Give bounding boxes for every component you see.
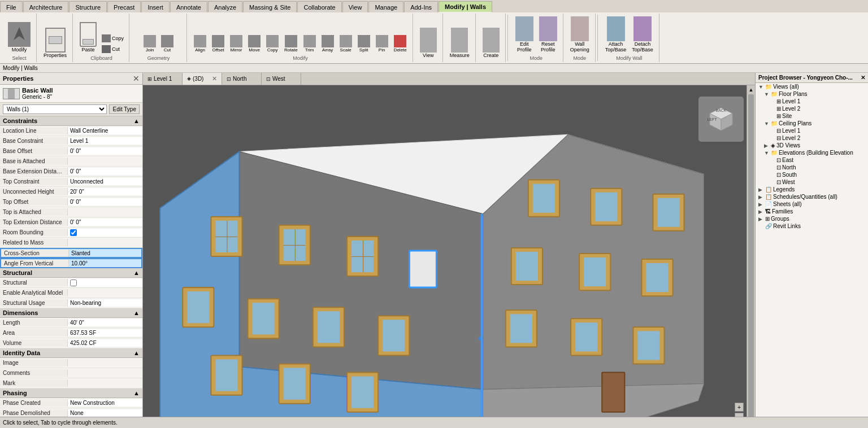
tree-level2-plan[interactable]: ⊞ Level 2: [756, 105, 868, 112]
prop-unconnected-height: Unconnected Height 20' 0": [0, 187, 142, 197]
copy-button[interactable]: Copy: [100, 33, 125, 43]
section-phasing[interactable]: Phasing ▲: [0, 388, 142, 398]
tree-schedules[interactable]: ▶ 📋 Schedules/Quantities (all): [756, 193, 868, 200]
mirror-btn[interactable]: Mirror: [228, 33, 245, 54]
tree-3d-views[interactable]: ▶ ◈ 3D Views: [756, 142, 868, 149]
measure-btn[interactable]: Measure: [448, 26, 472, 60]
cut-button[interactable]: Cut: [100, 44, 125, 54]
viewport-3d[interactable]: BACK LEFT ▲ ▼ + −: [143, 85, 755, 428]
structural-checkbox[interactable]: [70, 279, 77, 286]
tree-north[interactable]: ⊡ North: [756, 164, 868, 171]
wall-opening-btn[interactable]: WallOpening: [568, 15, 592, 54]
tree-floor-plans[interactable]: ▼ 📁 Floor Plans: [756, 90, 868, 98]
tree-ceiling-plans[interactable]: ▼ 📁 Ceiling Plans: [756, 120, 868, 127]
tree-elevations[interactable]: ▼ 📁 Elevations (Building Elevation: [756, 149, 868, 156]
project-browser-close[interactable]: ✕: [861, 75, 865, 81]
tree-site-plan[interactable]: ⊞ Site: [756, 112, 868, 120]
status-bar: Click to select, Tab to cycle through el…: [0, 417, 868, 428]
tab-precast[interactable]: Precast: [107, 1, 141, 12]
tab-north[interactable]: ⊡ North: [222, 73, 262, 85]
edit-profile-btn[interactable]: EditProfile: [513, 15, 536, 54]
groups-icon: ⊞: [765, 216, 770, 222]
scroll-thumb[interactable]: [748, 94, 754, 428]
prop-cross-section: Cross-Section Slanted: [0, 248, 142, 258]
offset-btn[interactable]: Offset: [210, 33, 227, 54]
section-identity[interactable]: Identity Data ▲: [0, 348, 142, 358]
modify-button[interactable]: Modify: [6, 20, 33, 54]
tab-west[interactable]: ⊡ West: [262, 73, 301, 85]
close-3d-tab[interactable]: ✕: [212, 75, 217, 82]
section-structural[interactable]: Structural ▲: [0, 268, 142, 278]
tab-modify-walls[interactable]: Modify | Walls: [439, 1, 492, 12]
prop-selector: Walls (1) Edit Type: [0, 103, 142, 116]
tab-insert[interactable]: Insert: [141, 1, 170, 12]
tree-legends[interactable]: ▶ 📋 Legends: [756, 186, 868, 193]
vertical-scrollbar[interactable]: ▲ ▼: [747, 85, 755, 428]
tree-revit-links[interactable]: 🔗 Revit Links: [756, 222, 868, 230]
properties-close-btn[interactable]: ✕: [133, 75, 140, 82]
elevation-icon-e: ⊡: [776, 157, 781, 163]
wall-type-subtype: Generic - 8": [22, 94, 53, 100]
tab-structure[interactable]: Structure: [69, 1, 107, 12]
tab-addins[interactable]: Add-Ins: [404, 1, 438, 12]
join-geometry-btn[interactable]: Join: [141, 33, 158, 54]
tab-annotate[interactable]: Annotate: [170, 1, 207, 12]
copy-mod-btn[interactable]: Copy: [264, 33, 281, 54]
tab-file[interactable]: File: [0, 1, 23, 12]
tab-3d[interactable]: ◈ (3D) ✕: [183, 73, 222, 85]
delete-btn[interactable]: Delete: [392, 33, 409, 54]
scroll-up-btn[interactable]: ▲: [749, 87, 754, 93]
zoom-in-btn[interactable]: +: [735, 403, 744, 412]
edit-type-btn[interactable]: Edit Type: [109, 104, 140, 114]
svg-rect-10: [215, 237, 237, 237]
properties-panel: Properties ✕ Basic Wall Generic - 8" Wal…: [0, 73, 143, 428]
section-dimensions[interactable]: Dimensions ▲: [0, 308, 142, 318]
detach-top-base-btn[interactable]: DetachTop/Base: [630, 15, 656, 54]
paste-button[interactable]: Paste: [77, 20, 99, 54]
pin-btn[interactable]: Pin: [374, 33, 390, 54]
prop-top-constraint: Top Constraint Unconnected: [0, 177, 142, 187]
reset-profile-btn[interactable]: ResetProfile: [537, 15, 559, 54]
attach-top-base-btn[interactable]: AttachTop/Base: [603, 15, 629, 54]
elevation-icon-w: ⊡: [776, 179, 781, 185]
array-btn[interactable]: Array: [319, 33, 336, 54]
tree-south[interactable]: ⊡ South: [756, 171, 868, 178]
tree-east[interactable]: ⊡ East: [756, 156, 868, 164]
tree-level1-plan[interactable]: ⊞ Level 1: [756, 98, 868, 105]
prop-top-attached: Top is Attached: [0, 207, 142, 217]
properties-panel-header: Properties ✕: [0, 73, 142, 85]
tree-views-all[interactable]: ▼ 📁 Views (all): [756, 83, 868, 90]
prop-angle-vertical: Angle From Vertical 10.00°: [0, 258, 142, 268]
tree-level1-ceiling[interactable]: ⊟ Level 1: [756, 127, 868, 134]
tree-groups[interactable]: ▶ ⊞ Groups: [756, 215, 868, 222]
scale-btn[interactable]: Scale: [337, 33, 354, 54]
create-btn[interactable]: Create: [480, 26, 502, 60]
svg-rect-39: [658, 198, 680, 227]
tab-massing[interactable]: Massing & Site: [243, 1, 297, 12]
cut-geometry-btn[interactable]: Cut: [159, 33, 176, 54]
tab-view[interactable]: View: [342, 1, 368, 12]
wall-selector[interactable]: Walls (1): [3, 104, 107, 114]
svg-rect-47: [510, 314, 532, 343]
ribbon-group-modify-wall: AttachTop/Base DetachTop/Base Modify Wal…: [600, 14, 659, 62]
tab-architecture[interactable]: Architecture: [23, 1, 69, 12]
rotate-btn[interactable]: Rotate: [282, 33, 300, 54]
tab-analyze[interactable]: Analyze: [208, 1, 242, 12]
section-constraints[interactable]: Constraints ▲: [0, 116, 142, 126]
tree-sheets[interactable]: ▶ 📄 Sheets (all): [756, 200, 868, 208]
tree-families[interactable]: ▶ 🏗 Families: [756, 208, 868, 215]
split-btn[interactable]: Split: [355, 33, 372, 54]
move-btn[interactable]: Move: [246, 33, 263, 54]
trim-btn[interactable]: Trim: [301, 33, 318, 54]
tab-level1[interactable]: ⊞ Level 1: [143, 73, 183, 85]
tab-collaborate[interactable]: Collaborate: [297, 1, 341, 12]
tree-west[interactable]: ⊡ West: [756, 178, 868, 186]
view-btn[interactable]: View: [418, 26, 439, 60]
room-bounding-checkbox[interactable]: [70, 229, 77, 236]
align-btn[interactable]: Align: [192, 33, 209, 54]
tab-manage[interactable]: Manage: [368, 1, 403, 12]
viewport-nav[interactable]: BACK LEFT: [698, 97, 744, 143]
ribbon-group-clipboard: Paste Copy Cut Clipboard: [74, 14, 129, 62]
properties-button[interactable]: Properties: [41, 26, 69, 60]
tree-level2-ceiling[interactable]: ⊟ Level 2: [756, 134, 868, 142]
